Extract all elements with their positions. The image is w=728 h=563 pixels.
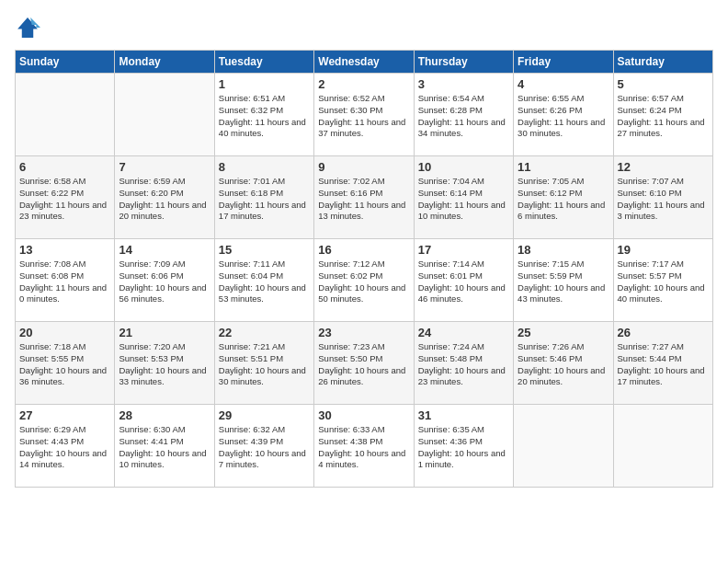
calendar-cell: 21Sunrise: 7:20 AM Sunset: 5:53 PM Dayli…: [115, 322, 214, 405]
day-number: 4: [518, 77, 609, 91]
calendar-cell: 24Sunrise: 7:24 AM Sunset: 5:48 PM Dayli…: [414, 322, 513, 405]
calendar-cell: 13Sunrise: 7:08 AM Sunset: 6:08 PM Dayli…: [16, 239, 115, 322]
day-info: Sunrise: 6:55 AM Sunset: 6:26 PM Dayligh…: [518, 93, 609, 140]
day-number: 1: [219, 77, 310, 91]
logo-icon: [15, 15, 40, 40]
day-number: 2: [318, 77, 409, 91]
day-number: 14: [119, 243, 210, 257]
day-info: Sunrise: 7:04 AM Sunset: 6:14 PM Dayligh…: [418, 176, 509, 223]
calendar-cell: 26Sunrise: 7:27 AM Sunset: 5:44 PM Dayli…: [613, 322, 712, 405]
calendar-cell: 31Sunrise: 6:35 AM Sunset: 4:36 PM Dayli…: [414, 405, 513, 488]
day-info: Sunrise: 6:33 AM Sunset: 4:38 PM Dayligh…: [318, 424, 409, 471]
calendar-cell: 10Sunrise: 7:04 AM Sunset: 6:14 PM Dayli…: [414, 156, 513, 239]
calendar-cell: 29Sunrise: 6:32 AM Sunset: 4:39 PM Dayli…: [214, 405, 313, 488]
calendar-cell: 20Sunrise: 7:18 AM Sunset: 5:55 PM Dayli…: [16, 322, 115, 405]
day-info: Sunrise: 6:32 AM Sunset: 4:39 PM Dayligh…: [219, 424, 310, 471]
day-number: 8: [219, 160, 310, 174]
day-number: 17: [418, 243, 509, 257]
day-info: Sunrise: 7:17 AM Sunset: 5:57 PM Dayligh…: [618, 259, 709, 305]
day-number: 26: [618, 326, 709, 339]
svg-marker-0: [17, 17, 38, 38]
calendar-cell: [514, 405, 613, 488]
day-number: 10: [418, 160, 509, 174]
day-info: Sunrise: 6:35 AM Sunset: 4:36 PM Dayligh…: [418, 424, 509, 471]
day-number: 9: [318, 160, 409, 174]
calendar-cell: 19Sunrise: 7:17 AM Sunset: 5:57 PM Dayli…: [613, 239, 712, 322]
calendar-cell: 18Sunrise: 7:15 AM Sunset: 5:59 PM Dayli…: [514, 239, 613, 322]
calendar-cell: 9Sunrise: 7:02 AM Sunset: 6:16 PM Daylig…: [314, 156, 414, 239]
day-number: 15: [219, 243, 310, 257]
calendar-cell: 15Sunrise: 7:11 AM Sunset: 6:04 PM Dayli…: [214, 239, 313, 322]
day-info: Sunrise: 7:23 AM Sunset: 5:50 PM Dayligh…: [318, 341, 409, 388]
calendar-cell: 25Sunrise: 7:26 AM Sunset: 5:46 PM Dayli…: [514, 322, 613, 405]
day-info: Sunrise: 7:11 AM Sunset: 6:04 PM Dayligh…: [219, 259, 310, 305]
day-number: 5: [618, 77, 709, 91]
calendar-cell: [115, 74, 214, 156]
day-info: Sunrise: 7:08 AM Sunset: 6:08 PM Dayligh…: [19, 259, 110, 305]
weekday-header-saturday: Saturday: [613, 51, 712, 74]
day-info: Sunrise: 6:54 AM Sunset: 6:28 PM Dayligh…: [418, 93, 509, 140]
calendar-cell: 4Sunrise: 6:55 AM Sunset: 6:26 PM Daylig…: [514, 74, 613, 156]
day-info: Sunrise: 7:15 AM Sunset: 5:59 PM Dayligh…: [518, 259, 609, 305]
calendar-cell: 12Sunrise: 7:07 AM Sunset: 6:10 PM Dayli…: [613, 156, 712, 239]
calendar-cell: 8Sunrise: 7:01 AM Sunset: 6:18 PM Daylig…: [214, 156, 313, 239]
weekday-header-thursday: Thursday: [414, 51, 513, 74]
day-number: 29: [219, 408, 310, 422]
day-info: Sunrise: 7:24 AM Sunset: 5:48 PM Dayligh…: [418, 341, 509, 388]
day-info: Sunrise: 7:12 AM Sunset: 6:02 PM Dayligh…: [318, 259, 409, 305]
calendar-cell: 7Sunrise: 6:59 AM Sunset: 6:20 PM Daylig…: [115, 156, 214, 239]
weekday-header-friday: Friday: [514, 51, 613, 74]
day-info: Sunrise: 7:05 AM Sunset: 6:12 PM Dayligh…: [518, 176, 609, 223]
calendar-cell: 17Sunrise: 7:14 AM Sunset: 6:01 PM Dayli…: [414, 239, 513, 322]
calendar-cell: 1Sunrise: 6:51 AM Sunset: 6:32 PM Daylig…: [214, 74, 313, 156]
day-number: 7: [119, 160, 210, 174]
day-number: 23: [318, 326, 409, 339]
calendar-cell: 3Sunrise: 6:54 AM Sunset: 6:28 PM Daylig…: [414, 74, 513, 156]
day-info: Sunrise: 6:52 AM Sunset: 6:30 PM Dayligh…: [318, 93, 409, 140]
day-info: Sunrise: 7:21 AM Sunset: 5:51 PM Dayligh…: [219, 341, 310, 388]
day-info: Sunrise: 7:20 AM Sunset: 5:53 PM Dayligh…: [119, 341, 210, 388]
calendar-cell: [16, 74, 115, 156]
day-info: Sunrise: 6:29 AM Sunset: 4:43 PM Dayligh…: [19, 424, 110, 471]
week-row-3: 13Sunrise: 7:08 AM Sunset: 6:08 PM Dayli…: [16, 239, 713, 322]
weekday-header-tuesday: Tuesday: [214, 51, 313, 74]
calendar-cell: 28Sunrise: 6:30 AM Sunset: 4:41 PM Dayli…: [115, 405, 214, 488]
day-info: Sunrise: 7:27 AM Sunset: 5:44 PM Dayligh…: [618, 341, 709, 388]
day-number: 24: [418, 326, 509, 339]
day-number: 11: [518, 160, 609, 174]
weekday-header-wednesday: Wednesday: [314, 51, 414, 74]
calendar-cell: 22Sunrise: 7:21 AM Sunset: 5:51 PM Dayli…: [214, 322, 313, 405]
day-number: 13: [19, 243, 110, 257]
calendar-cell: 16Sunrise: 7:12 AM Sunset: 6:02 PM Dayli…: [314, 239, 414, 322]
weekday-header-row: SundayMondayTuesdayWednesdayThursdayFrid…: [16, 51, 713, 74]
day-info: Sunrise: 6:30 AM Sunset: 4:41 PM Dayligh…: [119, 424, 210, 471]
day-info: Sunrise: 6:58 AM Sunset: 6:22 PM Dayligh…: [19, 176, 110, 223]
day-number: 19: [618, 243, 709, 257]
day-number: 20: [19, 326, 110, 339]
day-number: 3: [418, 77, 509, 91]
calendar-cell: 2Sunrise: 6:52 AM Sunset: 6:30 PM Daylig…: [314, 74, 414, 156]
day-number: 22: [219, 326, 310, 339]
day-number: 25: [518, 326, 609, 339]
calendar-table: SundayMondayTuesdayWednesdayThursdayFrid…: [15, 50, 713, 488]
day-info: Sunrise: 7:26 AM Sunset: 5:46 PM Dayligh…: [518, 341, 609, 388]
day-info: Sunrise: 7:18 AM Sunset: 5:55 PM Dayligh…: [19, 341, 110, 388]
day-number: 12: [618, 160, 709, 174]
day-info: Sunrise: 6:51 AM Sunset: 6:32 PM Dayligh…: [219, 93, 310, 140]
week-row-5: 27Sunrise: 6:29 AM Sunset: 4:43 PM Dayli…: [16, 405, 713, 488]
weekday-header-monday: Monday: [115, 51, 214, 74]
calendar-cell: 11Sunrise: 7:05 AM Sunset: 6:12 PM Dayli…: [514, 156, 613, 239]
day-number: 18: [518, 243, 609, 257]
calendar-cell: 23Sunrise: 7:23 AM Sunset: 5:50 PM Dayli…: [314, 322, 414, 405]
day-info: Sunrise: 7:07 AM Sunset: 6:10 PM Dayligh…: [618, 176, 709, 223]
calendar-cell: 30Sunrise: 6:33 AM Sunset: 4:38 PM Dayli…: [314, 405, 414, 488]
week-row-1: 1Sunrise: 6:51 AM Sunset: 6:32 PM Daylig…: [16, 74, 713, 156]
day-info: Sunrise: 7:01 AM Sunset: 6:18 PM Dayligh…: [219, 176, 310, 223]
calendar-cell: 6Sunrise: 6:58 AM Sunset: 6:22 PM Daylig…: [16, 156, 115, 239]
day-number: 16: [318, 243, 409, 257]
day-number: 27: [19, 408, 110, 422]
day-info: Sunrise: 6:59 AM Sunset: 6:20 PM Dayligh…: [119, 176, 210, 223]
weekday-header-sunday: Sunday: [16, 51, 115, 74]
day-info: Sunrise: 7:09 AM Sunset: 6:06 PM Dayligh…: [119, 259, 210, 305]
day-number: 31: [418, 408, 509, 422]
